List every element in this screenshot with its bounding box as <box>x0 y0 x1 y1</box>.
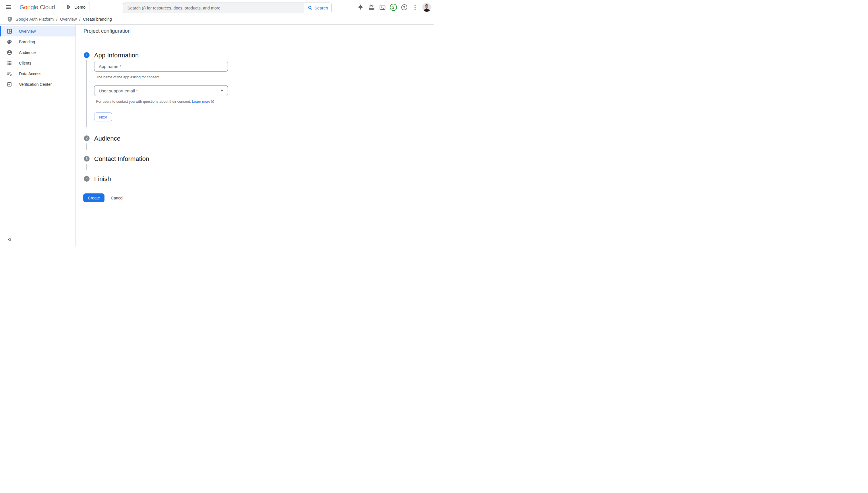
sidebar-item-verification-center[interactable]: Verification Center <box>0 79 76 89</box>
vertical-dots-icon <box>415 5 416 10</box>
help-icon: ? <box>401 4 407 10</box>
breadcrumb-item-create-branding: Create branding <box>83 17 112 22</box>
project-hexagons-icon <box>66 4 71 10</box>
sidebar-item-label: Data Access <box>19 71 41 76</box>
user-support-email-label: User support email * <box>99 88 138 93</box>
divider <box>76 37 434 37</box>
project-selector-button[interactable]: Demo <box>62 2 90 12</box>
step-4-title: Finish <box>94 175 111 183</box>
form-actions: Create Cancel <box>83 193 123 202</box>
logo-letter: o <box>24 4 27 10</box>
sidebar-item-label: Clients <box>19 61 31 65</box>
user-support-email-select[interactable]: User support email * <box>94 85 228 96</box>
dropdown-arrow-icon <box>220 90 223 91</box>
step-3-title: Contact Information <box>94 155 149 163</box>
sidebar-item-label: Audience <box>19 50 36 55</box>
more-options-button[interactable] <box>409 0 421 14</box>
search-button-label: Search <box>314 5 328 10</box>
step-1-title: App Information <box>94 52 139 59</box>
learn-more-link[interactable]: Learn more <box>192 100 210 104</box>
step-2-title: Audience <box>94 135 121 142</box>
support-email-helper-text: For users to contact you with questions … <box>96 100 214 104</box>
google-cloud-logo[interactable]: Google Cloud <box>20 4 55 10</box>
person-icon <box>6 50 12 56</box>
checkbox-icon <box>6 82 12 87</box>
sidebar-item-data-access[interactable]: Data Access <box>0 68 76 79</box>
step-2-number: 2 <box>84 135 89 141</box>
sidebar-item-label: Verification Center <box>19 82 52 87</box>
breadcrumb-item-overview[interactable]: Overview <box>60 17 77 22</box>
search-icon <box>308 5 313 10</box>
logo-letter: e <box>35 4 38 10</box>
breadcrumb-separator: / <box>56 17 58 22</box>
global-search-bar: Search <box>123 3 332 13</box>
app-name-helper-text: The name of the app asking for consent <box>96 75 159 79</box>
list-gear-icon <box>6 71 12 77</box>
app-name-field <box>94 61 228 72</box>
logo-letter: o <box>27 4 30 10</box>
sidebar-item-clients[interactable]: Clients <box>0 58 76 68</box>
support-email-helper-sentence: For users to contact you with questions … <box>96 100 191 104</box>
gift-icon <box>368 4 375 10</box>
terminal-icon <box>379 4 386 10</box>
stepper-connector <box>86 164 87 170</box>
dashboard-icon <box>6 28 12 34</box>
project-selector-label: Demo <box>75 5 86 9</box>
sidebar-item-label: Branding <box>19 40 35 44</box>
window-edge <box>0 0 434 0</box>
search-input[interactable] <box>123 3 304 13</box>
collapse-chevron-icon <box>7 237 13 242</box>
step-4-number: 4 <box>84 176 89 181</box>
hamburger-icon <box>6 4 11 10</box>
logo-cloud-text: Cloud <box>40 4 55 10</box>
app-name-input[interactable] <box>94 64 228 69</box>
apps-grid-icon <box>6 60 12 66</box>
external-link-icon <box>211 100 214 103</box>
auth-platform-shield-key-icon <box>7 16 13 22</box>
sparkle-icon <box>357 4 364 10</box>
main-content: Project configuration 1 App Information … <box>76 25 434 246</box>
help-button[interactable]: ? <box>399 0 409 14</box>
next-button[interactable]: Next <box>94 112 112 121</box>
hamburger-menu-button[interactable] <box>3 1 14 13</box>
top-bar: Google Cloud Demo Search <box>0 0 434 14</box>
search-button[interactable]: Search <box>304 3 332 13</box>
logo-letter: G <box>20 4 24 10</box>
stepper-connector <box>86 144 87 150</box>
page-title: Project configuration <box>84 28 131 34</box>
cloud-shell-button[interactable] <box>377 0 388 14</box>
account-avatar[interactable] <box>422 3 431 12</box>
palette-icon <box>6 39 12 45</box>
step-1-number: 1 <box>84 52 89 58</box>
stepper-connector <box>86 60 87 127</box>
notifications-button[interactable]: 2 <box>388 0 399 14</box>
collapse-sidebar-button[interactable] <box>6 236 14 244</box>
sidebar-item-label: Overview <box>19 29 36 34</box>
sidebar-item-overview[interactable]: Overview <box>0 26 76 37</box>
logo-letter: g <box>30 4 34 10</box>
top-right-actions: 2 ? <box>355 0 431 14</box>
gemini-button[interactable] <box>355 0 366 14</box>
sidebar-item-branding[interactable]: Branding <box>0 37 76 47</box>
notification-count-badge: 2 <box>390 4 397 11</box>
breadcrumb-item-google-auth-platform[interactable]: Google Auth Platform <box>16 17 54 22</box>
offers-button[interactable] <box>366 0 377 14</box>
breadcrumb-separator: / <box>79 17 80 22</box>
create-button[interactable]: Create <box>83 193 105 202</box>
sidebar-nav: Overview Branding Audience Clients <box>0 25 76 246</box>
cancel-button[interactable]: Cancel <box>111 196 123 200</box>
step-3-number: 3 <box>84 156 89 162</box>
breadcrumb: Google Auth Platform / Overview / Create… <box>0 14 434 25</box>
sidebar-item-audience[interactable]: Audience <box>0 47 76 58</box>
